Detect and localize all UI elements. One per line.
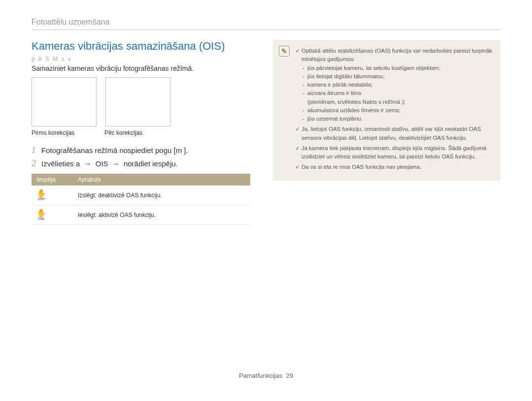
note-item: Optiskā attēlu stabilizēšanas (OAS) funk…	[296, 47, 493, 123]
page-footer: Pamatfunkcijas 29	[0, 372, 532, 379]
step-text: Fotografēšanas režīmā nospiediet pogu [m…	[41, 146, 188, 154]
step-2: 2 Izvēlieties a → OIS → norādiet iespēju…	[32, 158, 259, 169]
note-item: Ja, lietojot OAS funkciju, izmantosit st…	[296, 125, 493, 142]
step-1: 1 Fotografēšanas režīmā nospiediet pogu …	[32, 145, 259, 155]
note-box: ✎ Optiskā attēlu stabilizēšanas (OAS) fu…	[273, 40, 500, 181]
caption-before: Pirms korekcijas	[32, 129, 96, 136]
page-header: Fotoattēlu uzņemšana	[32, 18, 500, 30]
footer-page-number: 29	[286, 372, 293, 379]
thumb-before	[32, 77, 97, 126]
arrow-icon: →	[110, 159, 122, 168]
note-item: Ja kamera tiek pakļauta triecienam, disp…	[296, 144, 493, 161]
row-desc: Ieslēgt: aktivizē OAS funkciju.	[73, 205, 250, 225]
thumbnail-row	[32, 77, 259, 126]
steps-list: 1 Fotografēšanas režīmā nospiediet pogu …	[32, 145, 259, 169]
col-option: Iespēja	[32, 174, 73, 185]
ois-off-icon: ✋ OFF	[36, 189, 46, 201]
table-row: ✋ OFF Izslēgt: deaktivizē OAS funkciju.	[32, 185, 250, 205]
table-row: ✋ OIS Ieslēgt: aktivizē OAS funkciju.	[32, 205, 250, 225]
row-desc: Izslēgt: deaktivizē OAS funkciju.	[73, 185, 250, 205]
note-list: Optiskā attēlu stabilizēšanas (OAS) funk…	[296, 47, 493, 172]
col-desc: Apraksts	[73, 174, 250, 185]
note-subitem: aizvara ātrums ir lēns (piemēram, izvēlo…	[301, 89, 493, 106]
mode-letters: p A S M s v	[32, 56, 259, 62]
ois-on-icon: ✋ OIS	[36, 209, 46, 220]
thumbnail-captions: Pirms korekcijas Pēc korekcijas	[32, 129, 259, 136]
note-subitem: jūs uzņemat tuvplānu.	[301, 115, 493, 123]
note-icon: ✎	[279, 46, 290, 57]
options-table: Iespēja Apraksts ✋ OFF Izslēgt: deaktivi…	[32, 174, 250, 225]
step-text: Izvēlieties a → OIS → norādiet iespēju.	[41, 159, 178, 168]
step-number: 2	[32, 158, 41, 169]
footer-label: Pamatfunkcijas	[239, 372, 282, 379]
step-number: 1	[32, 145, 41, 155]
note-subitem: jūs lietojat digitālo tālummaiņu;	[301, 72, 493, 81]
note-subitem: jūs pārvietojat kameru, lai sekotu kustī…	[301, 64, 493, 72]
intro-text: Samaziniet kameras vibrāciju fotografēša…	[32, 64, 259, 72]
note-item: Da os si eta re mos OAS funkcija nav pie…	[296, 163, 493, 171]
note-subitem: kamera ir pārāk nestabila;	[301, 81, 493, 89]
arrow-icon: →	[82, 159, 94, 168]
caption-after: Pēc korekcijas	[104, 129, 168, 136]
note-subitem: akumulatora uzlādes līmenis ir zems;	[301, 106, 493, 115]
section-title: Kameras vibrācijas samazināšana (OIS)	[32, 40, 259, 53]
thumb-after	[105, 77, 170, 126]
